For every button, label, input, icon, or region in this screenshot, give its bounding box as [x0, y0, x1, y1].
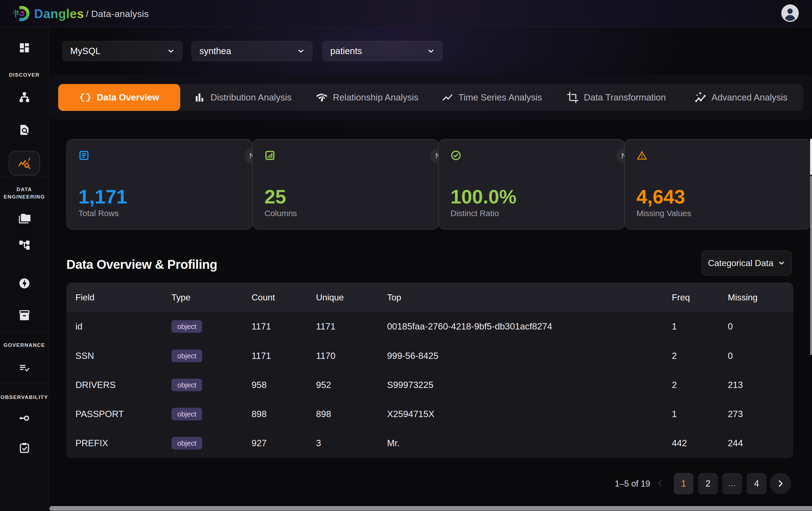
- folder-copy-icon[interactable]: [19, 213, 30, 225]
- show-chart-icon: [441, 91, 454, 104]
- cell-missing: 0: [728, 351, 733, 361]
- type-badge: object: [171, 408, 202, 421]
- tab-relationship-analysis[interactable]: Relationship Analysis: [305, 84, 429, 111]
- tab-time-series-analysis[interactable]: Time Series Analysis: [429, 84, 554, 111]
- page-button-ellipsis[interactable]: …: [722, 473, 742, 494]
- dashboard-icon[interactable]: [19, 42, 30, 54]
- profiling-table: Field Type Count Unique Top Freq Missing…: [66, 283, 793, 458]
- offline-bolt-icon[interactable]: [19, 277, 30, 289]
- sidebar-divider: [0, 383, 49, 383]
- brand-logo[interactable]: Dangles: [13, 4, 84, 24]
- table-row[interactable]: PASSPORT object 898 898 X2594715X 1 273: [66, 399, 793, 428]
- tab-data-overview[interactable]: Data Overview: [58, 84, 180, 111]
- stat-card-total-rows[interactable]: N 1,171 Total Rows: [66, 139, 253, 230]
- find-in-page-icon[interactable]: [19, 124, 30, 136]
- tab-label: Time Series Analysis: [458, 92, 542, 103]
- table-row[interactable]: PREFIX object 927 3 Mr. 442 244: [66, 428, 793, 457]
- stat-value: 100.0%: [451, 187, 517, 207]
- horizontal-scrollbar-thumb[interactable]: [49, 506, 812, 511]
- app-header: Dangles / Data-analysis: [0, 0, 812, 27]
- next-page-button[interactable]: [770, 473, 791, 494]
- cell-missing: 273: [728, 409, 743, 419]
- cell-unique: 1171: [316, 321, 336, 332]
- user-avatar[interactable]: [781, 4, 799, 22]
- rows-icon: [79, 150, 89, 161]
- type-badge: object: [171, 350, 202, 362]
- bar-chart-icon: [194, 91, 205, 104]
- tab-label: Relationship Analysis: [333, 92, 418, 103]
- stat-value: 1,171: [79, 187, 127, 207]
- cell-field: DRIVERS: [76, 380, 116, 390]
- page-button-2[interactable]: 2: [698, 473, 718, 494]
- network-check-icon: [316, 91, 328, 104]
- columns-icon: [264, 150, 276, 161]
- cell-count: 927: [252, 438, 267, 449]
- cell-top: S99973225: [387, 380, 433, 390]
- cell-type: object: [171, 350, 202, 362]
- cell-freq: 2: [672, 351, 677, 361]
- cell-count: 898: [252, 409, 267, 419]
- page-button-4[interactable]: 4: [747, 473, 766, 494]
- column-header-missing[interactable]: Missing: [728, 292, 757, 302]
- column-header-unique[interactable]: Unique: [316, 292, 344, 302]
- cell-missing: 213: [728, 380, 743, 390]
- tab-data-transformation[interactable]: Data Transformation: [554, 84, 679, 111]
- section-title: Data Overview & Profiling: [66, 257, 217, 272]
- datasource-select[interactable]: MySQL: [62, 41, 182, 61]
- inventory-icon[interactable]: [19, 309, 30, 321]
- chevron-down-icon: [427, 47, 435, 55]
- chevron-right-icon: [776, 479, 785, 488]
- column-header-field[interactable]: Field: [76, 292, 94, 302]
- sitemap-icon[interactable]: [19, 91, 30, 103]
- data-type-filter-button[interactable]: Categorical Data: [701, 250, 792, 276]
- column-header-type[interactable]: Type: [171, 292, 191, 302]
- cell-top: 00185faa-2760-4218-9bf5-db301acf8274: [387, 321, 552, 332]
- main-content: MySQL synthea patients Data Overview Dis…: [49, 27, 812, 511]
- sidebar-section-governance: GOVERNANCE: [0, 342, 49, 348]
- sidebar-item-data-analysis-active[interactable]: [9, 151, 40, 176]
- table-row[interactable]: DRIVERS object 958 952 S99973225 2 213: [66, 370, 793, 399]
- table-row[interactable]: id object 1171 1171 00185faa-2760-4218-9…: [66, 312, 793, 341]
- stat-card-distinct-ratio[interactable]: N 100.0% Distinct Ratio: [438, 139, 625, 230]
- database-select[interactable]: synthea: [192, 41, 313, 61]
- column-header-count[interactable]: Count: [252, 292, 275, 302]
- sidebar-section-data-engineering: DATA ENGINEERING: [0, 186, 49, 200]
- vertical-scrollbar-thumb[interactable]: [810, 139, 812, 175]
- auto-graph-icon: [694, 91, 706, 104]
- cell-missing: 244: [728, 438, 743, 449]
- column-header-freq[interactable]: Freq: [672, 292, 690, 302]
- clipboard-check-icon[interactable]: [19, 442, 30, 454]
- cell-field: SSN: [76, 351, 94, 361]
- cell-unique: 3: [316, 438, 321, 449]
- brand-name: Dangles: [34, 6, 84, 21]
- database-select-value: synthea: [199, 46, 231, 56]
- schema-icon[interactable]: [19, 238, 30, 250]
- vertical-scrollbar-track[interactable]: [810, 176, 812, 355]
- page-button-1[interactable]: 1: [674, 473, 694, 494]
- stat-cards: N 1,171 Total Rows N 25 Columns N: [66, 139, 810, 230]
- stat-card-columns[interactable]: N 25 Columns: [252, 139, 439, 230]
- cell-type: object: [171, 320, 202, 333]
- cell-type: object: [171, 408, 202, 421]
- chevron-down-icon: [297, 47, 305, 55]
- cell-top: X2594715X: [387, 409, 435, 419]
- table-row[interactable]: SSN object 1171 1170 999-56-8425 2 0: [66, 341, 793, 370]
- pagination-range: 1–5 of 19: [615, 479, 675, 489]
- table-select[interactable]: patients: [322, 41, 442, 61]
- sidebar-section-discover: DISCOVER: [0, 72, 49, 78]
- cell-type: object: [171, 379, 202, 391]
- stat-label: Columns: [264, 209, 297, 218]
- cell-freq: 1: [672, 321, 677, 332]
- stat-card-missing-values[interactable]: 4,643 Missing Values: [625, 139, 811, 230]
- tab-distribution-analysis[interactable]: Distribution Analysis: [180, 84, 305, 111]
- key-icon[interactable]: [19, 412, 30, 424]
- stat-label: Missing Values: [636, 209, 691, 218]
- previous-page-button[interactable]: [655, 475, 666, 491]
- type-badge: object: [171, 379, 202, 391]
- tab-label: Data Overview: [97, 92, 159, 103]
- playlist-check-icon[interactable]: [19, 362, 30, 374]
- tab-advanced-analysis[interactable]: Advanced Analysis: [679, 84, 803, 111]
- column-header-top[interactable]: Top: [387, 292, 401, 302]
- breadcrumb: / Data-analysis: [86, 0, 149, 27]
- cell-top: 999-56-8425: [387, 351, 438, 361]
